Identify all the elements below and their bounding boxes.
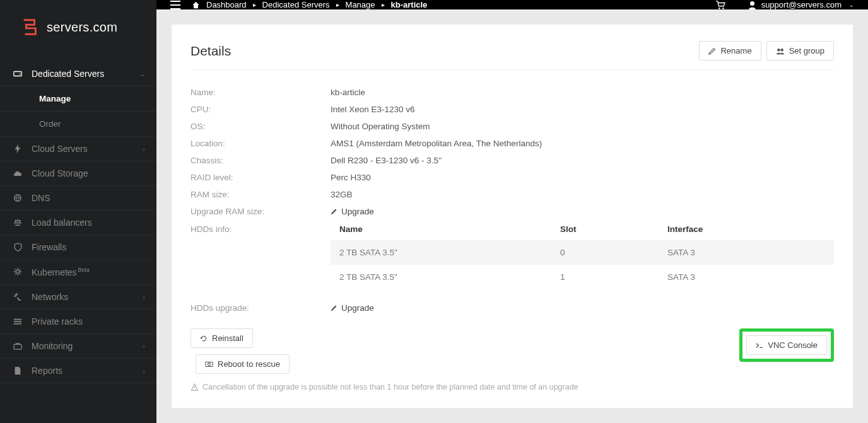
caret-down-icon: ⌄ [849,2,854,8]
detail-label: HDDs info: [191,224,331,234]
beta-badge: Beta [78,267,90,273]
breadcrumb-link[interactable]: Dashboard [206,0,247,9]
sidebar-item-label: Monitoring [32,341,143,351]
table-row: 2 TB SATA 3.5" 1 SATA 3 [331,265,834,289]
sidebar-item-label: Cloud Storage [32,168,145,178]
detail-value-cpu: Intel Xeon E3-1230 v6 [331,105,834,114]
sidebar-item-cloud-storage[interactable]: Cloud Storage [0,161,156,186]
sidebar-item-monitoring[interactable]: Monitoring › [0,334,156,359]
svg-point-8 [777,49,780,51]
sidebar-item-label: Dedicated Servers [32,69,139,79]
chevron-right-icon: › [143,293,145,301]
user-icon [748,1,756,9]
sidebar-item-private-racks[interactable]: Private racks [0,310,156,334]
table-header-slot: Slot [560,224,667,234]
detail-value-chassis: Dell R230 - E3-1230 v6 - 3.5'' [331,156,834,165]
sidebar-item-label: Cloud Servers [32,144,143,154]
list-icon [13,318,23,325]
cancellation-note: Cancellation of the upgrade is possible … [191,383,834,391]
page-title: Details [191,43,699,59]
home-icon[interactable] [192,1,200,9]
svg-point-6 [722,7,724,9]
chevron-right-icon: › [143,342,145,350]
vnc-console-button[interactable]: VNC Console [746,335,827,355]
detail-label: HDDs upgrade: [191,303,331,313]
breadcrumb-link[interactable]: Manage [346,0,375,9]
cart-icon[interactable] [715,1,725,9]
camera-icon [205,361,213,368]
detail-label: Name: [191,88,331,97]
sidebar-item-label: Load balancers [32,217,145,228]
sidebar-item-load-balancers[interactable]: Load balancers [0,211,156,235]
chevron-right-icon: ▸ [382,1,385,8]
logo[interactable]: servers.com [0,0,156,62]
sidebar-item-firewalls[interactable]: Firewalls [0,235,156,260]
detail-value-name: kb-article [331,88,834,97]
svg-rect-4 [14,344,21,349]
svg-rect-10 [206,362,213,366]
logo-mark-icon [20,18,39,37]
users-icon [776,47,785,55]
svg-point-3 [16,270,19,274]
sidebar-subitem-manage[interactable]: Manage [0,86,156,112]
reinstall-button[interactable]: Reinstall [191,328,253,348]
shield-icon [13,243,23,252]
sidebar-subitem-order[interactable]: Order [0,112,156,137]
sidebar-item-label: KubernetesBeta [32,267,145,277]
pencil-icon [331,208,337,215]
sidebar-item-dns[interactable]: DNS [0,186,156,211]
breadcrumb-current: kb-article [391,0,428,9]
detail-label: OS: [191,122,331,131]
topbar: Dashboard ▸ Dedicated Servers ▸ Manage ▸… [156,0,868,9]
svg-point-7 [750,1,754,5]
sidebar-item-networks[interactable]: Networks › [0,285,156,310]
briefcase-icon [13,342,23,350]
menu-toggle-icon[interactable] [170,1,180,9]
details-card: Details Rename Set group [172,25,853,408]
sidebar-item-label: Networks [32,292,143,302]
set-group-button[interactable]: Set group [766,41,834,61]
signal-icon [13,293,23,301]
table-row: 2 TB SATA 3.5" 0 SATA 3 [331,240,834,265]
upgrade-ram-link[interactable]: Upgrade [331,207,374,216]
sidebar-item-label: Firewalls [32,242,145,252]
pencil-icon [331,304,337,311]
chevron-right-icon: ▸ [336,1,339,8]
user-email: support@servers.com [761,0,842,9]
warning-icon [191,383,199,391]
sidebar: servers.com Dedicated Servers ⌄ Manage O… [0,0,156,423]
detail-label: RAM size: [191,190,331,199]
sidebar-nav: Dedicated Servers ⌄ Manage Order Cloud S… [0,62,156,383]
sidebar-item-reports[interactable]: Reports › [0,359,156,383]
sidebar-item-label: Private racks [32,316,145,327]
terminal-icon [756,342,763,349]
divider [191,69,834,70]
table-header-interface: Interface [667,224,825,234]
sidebar-item-dedicated-servers[interactable]: Dedicated Servers ⌄ [0,62,156,86]
detail-value-os: Without Operating System [331,122,834,131]
svg-point-9 [780,49,783,51]
sidebar-item-kubernetes[interactable]: KubernetesBeta [0,260,156,285]
breadcrumb-link[interactable]: Dedicated Servers [262,0,330,9]
sidebar-item-label: Reports [32,366,143,376]
breadcrumb: Dashboard ▸ Dedicated Servers ▸ Manage ▸… [192,0,427,9]
user-menu[interactable]: support@servers.com ⌄ [748,0,854,9]
reboot-rescue-button[interactable]: Reboot to rescue [196,354,290,374]
hdds-table: Name Slot Interface 2 TB SATA 3.5" 0 SAT… [331,224,834,289]
chevron-right-icon: › [143,367,145,374]
rename-button[interactable]: Rename [699,41,761,61]
upgrade-hdds-link[interactable]: Upgrade [331,303,374,313]
vnc-highlight: VNC Console [739,328,834,362]
detail-label: Chassis: [191,156,331,165]
hdd-icon [13,69,23,78]
edit-icon [708,47,716,55]
detail-label: CPU: [191,105,331,114]
scales-icon [13,218,23,227]
table-header-name: Name [339,224,560,234]
sidebar-item-cloud-servers[interactable]: Cloud Servers › [0,137,156,161]
detail-label: Location: [191,139,331,148]
detail-value-ram: 32GB [331,190,834,199]
detail-value-location: AMS1 (Amsterdam Metropolitan Area, The N… [331,139,834,148]
detail-label: RAID level: [191,173,331,182]
sidebar-item-label: DNS [32,193,145,203]
